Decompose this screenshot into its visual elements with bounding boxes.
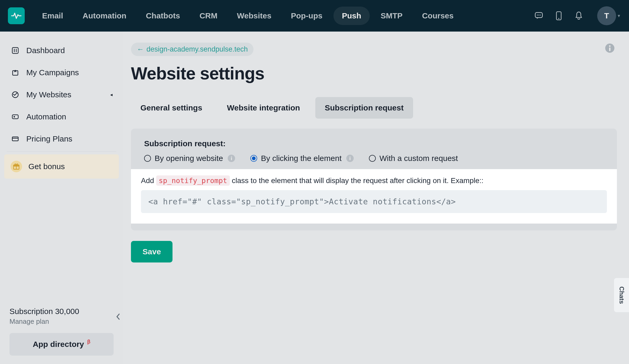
breadcrumb[interactable]: ← design-academy.sendpulse.tech (131, 43, 253, 56)
sidebar-divider (7, 151, 116, 152)
svg-point-15 (609, 45, 611, 47)
instruction-text: Add sp_notify_prompt class to the elemen… (141, 176, 607, 185)
top-nav: EmailAutomationChatbotsCRMWebsitesPop-up… (34, 7, 462, 25)
sidebar-item-label: Dashboard (26, 46, 65, 55)
save-button[interactable]: Save (131, 241, 173, 262)
breadcrumb-label: design-academy.sendpulse.tech (146, 45, 248, 53)
svg-point-2 (538, 15, 539, 16)
sidebar-item-label: My Websites (26, 90, 71, 99)
radio-label: By opening website (155, 154, 223, 163)
beta-badge: β (87, 339, 90, 345)
manage-plan-link[interactable]: Manage plan (9, 317, 114, 326)
app-directory-label: App directory (33, 340, 84, 349)
sidebar-collapse-button[interactable] (114, 313, 122, 321)
sidebar-item-dashboard[interactable]: Dashboard (4, 39, 119, 62)
svg-point-3 (540, 15, 541, 16)
nav-item-smtp[interactable]: SMTP (372, 7, 411, 25)
radio-indicator (250, 155, 257, 162)
messages-icon[interactable] (534, 11, 544, 21)
page-title: Website settings (131, 63, 617, 83)
instruction-post: class to the element that will display t… (230, 176, 484, 185)
info-icon[interactable]: i (346, 155, 354, 162)
radio-indicator (144, 155, 151, 162)
app-directory-button[interactable]: App directory β (9, 333, 114, 356)
bell-icon[interactable] (574, 11, 584, 21)
chevron-left-icon (116, 313, 120, 320)
sidebar-item-my-websites[interactable]: My Websites◂ (4, 84, 119, 106)
tab-subscription-request[interactable]: Subscription request (315, 97, 413, 119)
brand-logo[interactable] (8, 7, 25, 24)
info-icon[interactable]: i (228, 155, 235, 162)
instruction-block: Add sp_notify_prompt class to the elemen… (131, 169, 617, 224)
pricing-icon (11, 134, 20, 144)
nav-item-websites[interactable]: Websites (229, 7, 280, 25)
user-menu[interactable]: T ▾ (594, 6, 620, 25)
sidebar-item-automation[interactable]: Automation (4, 106, 119, 128)
svg-point-5 (558, 18, 559, 19)
code-class-chip: sp_notify_prompt (156, 175, 230, 186)
nav-item-automation[interactable]: Automation (74, 7, 135, 25)
nav-item-courses[interactable]: Courses (414, 7, 462, 25)
svg-rect-6 (12, 48, 18, 54)
tab-website-integration[interactable]: Website integration (217, 97, 310, 119)
nav-item-push[interactable]: Push (333, 7, 369, 25)
chevron-down-icon: ▾ (618, 13, 620, 19)
instruction-pre: Add (141, 176, 156, 185)
tab-general-settings[interactable]: General settings (131, 97, 212, 119)
mobile-icon[interactable] (554, 11, 564, 21)
sidebar-item-label: Get bonus (28, 162, 65, 171)
radio-indicator (369, 155, 376, 162)
topbar: EmailAutomationChatbotsCRMWebsitesPop-up… (0, 0, 629, 32)
sidebar-item-my-campaigns[interactable]: My Campaigns (4, 62, 119, 84)
panel-heading: Subscription request: (144, 139, 604, 148)
nav-item-email[interactable]: Email (34, 7, 72, 25)
radio-by-opening-website[interactable]: By opening websitei (144, 154, 235, 163)
svg-rect-9 (12, 115, 18, 119)
svg-rect-16 (609, 47, 611, 51)
subscription-count: Subscription 30,000 (9, 307, 114, 316)
websites-icon (11, 90, 20, 99)
sidebar-item-label: Automation (26, 112, 66, 121)
campaigns-icon (11, 68, 20, 77)
svg-point-1 (537, 15, 538, 16)
nav-item-crm[interactable]: CRM (191, 7, 226, 25)
sidebar: DashboardMy CampaignsMy Websites◂Automat… (0, 32, 123, 364)
svg-rect-10 (14, 116, 15, 118)
tabs: General settingsWebsite integrationSubsc… (131, 97, 617, 119)
automation-icon (11, 112, 20, 122)
radio-label: By clicking the element (261, 154, 342, 163)
topbar-actions: T ▾ (534, 6, 620, 25)
radio-with-a-custom-request[interactable]: With a custom request (369, 154, 458, 163)
chats-tab[interactable]: Chats (614, 278, 629, 312)
code-example[interactable]: <a href="#" class="sp_notify_prompt">Act… (141, 190, 607, 213)
radio-group: By opening websiteiBy clicking the eleme… (144, 154, 604, 163)
svg-rect-11 (12, 137, 18, 141)
avatar: T (597, 6, 616, 25)
chevron-left-icon: ◂ (110, 92, 113, 98)
radio-by-clicking-the-element[interactable]: By clicking the elementi (250, 154, 354, 163)
gift-icon (11, 161, 22, 172)
settings-panel: Subscription request: By opening website… (131, 129, 617, 230)
radio-label: With a custom request (379, 154, 458, 163)
nav-item-pop-ups[interactable]: Pop-ups (282, 7, 331, 25)
sidebar-item-label: Pricing Plans (26, 134, 72, 143)
dashboard-icon (11, 46, 20, 55)
arrow-left-icon: ← (137, 45, 144, 53)
sidebar-item-bonus[interactable]: Get bonus (4, 154, 119, 179)
help-icon[interactable] (604, 43, 615, 54)
sidebar-item-pricing-plans[interactable]: Pricing Plans (4, 128, 119, 150)
main-content: ← design-academy.sendpulse.tech Website … (123, 32, 629, 364)
nav-item-chatbots[interactable]: Chatbots (138, 7, 189, 25)
sidebar-footer: Subscription 30,000 Manage plan App dire… (4, 307, 119, 358)
pulse-icon (11, 12, 22, 20)
sidebar-item-label: My Campaigns (26, 68, 79, 77)
